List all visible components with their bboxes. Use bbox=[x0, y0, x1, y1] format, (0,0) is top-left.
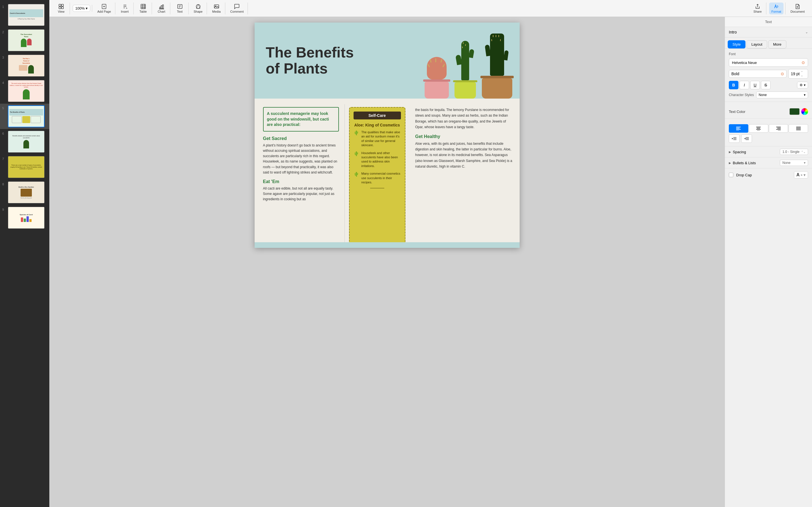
spacing-value-text: 1.0 - Single bbox=[782, 150, 800, 154]
font-style-value: Bold bbox=[731, 71, 739, 76]
media-button[interactable]: Media bbox=[210, 3, 223, 14]
slide-header: The Benefitsof Plants bbox=[255, 22, 520, 99]
tab-style[interactable]: Style bbox=[728, 40, 746, 48]
spacing-row[interactable]: ▶ Spacing 1.0 - Single ⌃⌄ bbox=[725, 147, 812, 158]
right-text-1: the basis for tequila. The lemony Pursla… bbox=[415, 107, 514, 130]
strikethrough-button[interactable]: S bbox=[761, 81, 770, 89]
align-center-icon bbox=[756, 126, 761, 130]
font-size-control[interactable]: 19 pt ⌃⌄ bbox=[788, 69, 808, 78]
font-name-selector[interactable]: Helvetica Neue ⊙ bbox=[729, 58, 808, 67]
svg-rect-19 bbox=[177, 4, 182, 8]
drop-cap-options[interactable]: A ≡ ▾ bbox=[794, 171, 808, 179]
align-left-button[interactable] bbox=[729, 124, 748, 133]
indent-increase-icon bbox=[744, 137, 749, 140]
format-button[interactable]: Format bbox=[769, 3, 783, 14]
slide-thumb-2[interactable]: 2 The Succulent Parts bbox=[0, 27, 49, 53]
slide-num-2: 2 bbox=[2, 31, 6, 34]
indent-decrease-button[interactable] bbox=[729, 134, 740, 143]
bullets-arrow-icon: ▶ bbox=[729, 161, 731, 165]
drop-cap-icon: A bbox=[797, 172, 800, 177]
text-button[interactable]: Text bbox=[173, 3, 187, 14]
align-left-icon bbox=[736, 126, 741, 130]
slide-thumb-8[interactable]: 8 Build a Dry Garden Garden planning gui… bbox=[0, 180, 49, 205]
document-label: Document bbox=[791, 10, 805, 13]
comment-icon bbox=[234, 4, 240, 9]
media-label: Media bbox=[212, 10, 221, 13]
drop-cap-checkbox[interactable] bbox=[729, 173, 733, 177]
indent-increase-button[interactable] bbox=[741, 134, 752, 143]
section2-head: Eat 'Em bbox=[263, 179, 339, 184]
slide-num-9: 9 bbox=[2, 208, 6, 211]
insert-button[interactable]: Insert bbox=[118, 3, 132, 14]
slide-num-1: 1 bbox=[2, 5, 6, 8]
svg-rect-24 bbox=[214, 5, 219, 8]
add-page-button[interactable]: Add Page bbox=[95, 3, 113, 14]
italic-icon: I bbox=[744, 83, 745, 87]
comment-group: Comment bbox=[226, 3, 248, 14]
svg-marker-48 bbox=[732, 138, 733, 139]
drop-cap-arrow: ▾ bbox=[804, 173, 806, 177]
view-icon bbox=[58, 4, 64, 9]
view-button[interactable]: View bbox=[54, 3, 68, 14]
col-right: the basis for tequila. The lemony Pursla… bbox=[410, 104, 520, 248]
text-color-swatch[interactable] bbox=[790, 108, 800, 115]
share-group: Share bbox=[249, 3, 766, 14]
tab-layout[interactable]: Layout bbox=[747, 40, 767, 48]
panel-tabs: Style Layout More bbox=[725, 38, 812, 49]
shape-icon bbox=[195, 4, 201, 9]
sc-divider bbox=[370, 188, 384, 188]
canvas-area[interactable]: The Benefitsof Plants bbox=[49, 17, 725, 507]
strikethrough-icon: S bbox=[764, 83, 767, 87]
font-style-selector[interactable]: Bold ⊙ bbox=[729, 70, 786, 78]
italic-button[interactable]: I bbox=[740, 81, 749, 89]
slide-thumb-5[interactable]: 5 The Benefits of Plants bbox=[0, 104, 49, 129]
section1-head: Get Sacred bbox=[263, 136, 339, 141]
self-care-item-1: 🌵 The qualities that make aloe an aid fo… bbox=[354, 130, 401, 148]
align-right-button[interactable] bbox=[769, 124, 788, 133]
slide-canvas: The Benefitsof Plants bbox=[255, 22, 520, 248]
svg-marker-52 bbox=[744, 138, 746, 139]
underline-button[interactable]: U bbox=[750, 81, 760, 89]
table-button[interactable]: Table bbox=[137, 3, 150, 14]
content-area: The Benefitsof Plants bbox=[49, 17, 812, 507]
media-group: Media bbox=[208, 3, 225, 14]
bullets-value[interactable]: None ▾ bbox=[780, 160, 808, 166]
table-icon bbox=[140, 4, 146, 9]
svg-rect-3 bbox=[61, 7, 63, 9]
shape-button[interactable]: Shape bbox=[192, 3, 205, 14]
slide-preview-8: Build a Dry Garden Garden planning guide bbox=[8, 181, 45, 203]
document-button[interactable]: Document bbox=[788, 3, 807, 14]
slide-thumb-9[interactable]: 9 Species of Cacti bbox=[0, 205, 49, 230]
self-care-text-2: Houseleek and other succulents have also… bbox=[361, 151, 401, 168]
text-gear-button[interactable]: ⚙ ▾ bbox=[797, 82, 808, 89]
comment-button[interactable]: Comment bbox=[228, 3, 246, 14]
format-group: Format bbox=[767, 3, 785, 14]
align-justify-button[interactable] bbox=[789, 124, 808, 133]
char-styles-selector[interactable]: None ▾ bbox=[756, 92, 808, 98]
chart-button[interactable]: Chart bbox=[155, 3, 168, 14]
zoom-control[interactable]: 100% ▾ bbox=[73, 5, 90, 12]
self-care-item-3: 🌵 Many commercial cosmetics use succulen… bbox=[354, 172, 401, 184]
align-center-button[interactable] bbox=[749, 124, 768, 133]
share-button[interactable]: Share bbox=[751, 3, 764, 14]
bullets-row[interactable]: ▶ Bullets & Lists None ▾ bbox=[725, 158, 812, 168]
bold-button[interactable]: B bbox=[729, 81, 739, 89]
media-icon bbox=[214, 4, 219, 9]
slide-thumb-4[interactable]: 4 The word cactus derives from the Ancie… bbox=[0, 78, 49, 104]
bold-icon: B bbox=[732, 83, 735, 87]
spacing-value[interactable]: 1.0 - Single ⌃⌄ bbox=[780, 149, 808, 155]
bullets-label: Bullets & Lists bbox=[733, 161, 778, 165]
svg-rect-1 bbox=[61, 4, 63, 6]
view-group: View bbox=[53, 3, 70, 14]
slide-thumb-3[interactable]: 3 The Past + Future of Succulents bbox=[0, 53, 49, 78]
slide-preview-3: The Past + Future of Succulents bbox=[8, 55, 45, 76]
intro-dropdown[interactable]: Intro ⌄ bbox=[725, 27, 812, 38]
font-style-arrow: ⊙ bbox=[781, 71, 784, 76]
color-picker-button[interactable] bbox=[801, 108, 808, 115]
svg-rect-10 bbox=[141, 4, 146, 9]
slide-thumb-7[interactable]: 7 There are a vast number of types of su… bbox=[0, 154, 49, 180]
slide-thumb-1[interactable]: 1 Cacti & Succulents A Plant by Any Othe… bbox=[0, 2, 49, 27]
tab-more[interactable]: More bbox=[768, 40, 786, 48]
font-section: Font Helvetica Neue ⊙ Bold ⊙ 19 pt ⌃⌄ bbox=[725, 49, 812, 102]
slide-thumb-6[interactable]: 6 Benefits details and extended content … bbox=[0, 129, 49, 154]
